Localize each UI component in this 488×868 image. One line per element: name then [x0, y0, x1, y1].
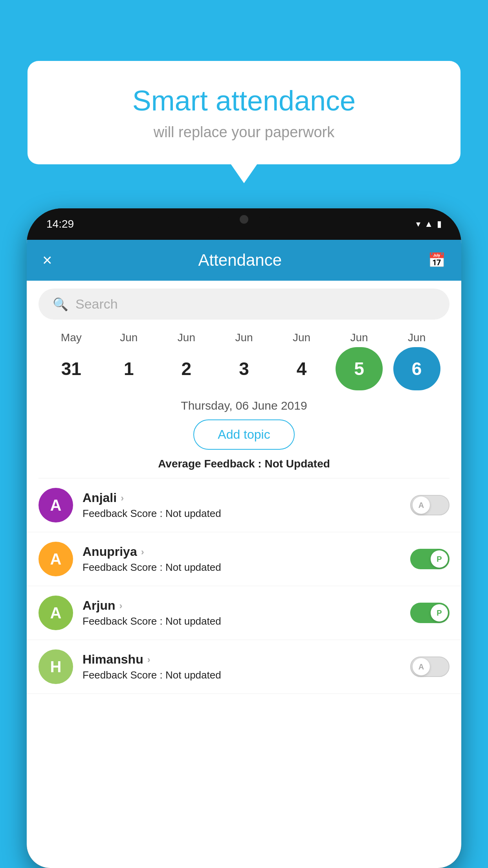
- student-info-anupriya: Anupriya › Feedback Score : Not updated: [83, 544, 401, 574]
- chevron-himanshu: ›: [147, 654, 150, 665]
- student-item-himanshu[interactable]: H Himanshu › Feedback Score : Not update…: [27, 640, 461, 694]
- search-bar[interactable]: 🔍 Search: [39, 289, 449, 320]
- month-3: Jun: [220, 331, 268, 344]
- phone-notch: [218, 208, 270, 230]
- speech-bubble-title: Smart attendance: [51, 85, 437, 117]
- day-4[interactable]: 4: [278, 347, 325, 390]
- avg-feedback-value: Not Updated: [264, 458, 330, 470]
- student-info-himanshu: Himanshu › Feedback Score : Not updated: [83, 652, 401, 681]
- chevron-anjali: ›: [121, 493, 124, 504]
- month-4: Jun: [278, 331, 325, 344]
- app-header: × Attendance 📅: [27, 240, 461, 281]
- student-name-himanshu: Himanshu ›: [83, 652, 401, 667]
- avatar-arjun: A: [39, 596, 73, 630]
- student-item-anupriya[interactable]: A Anupriya › Feedback Score : Not update…: [27, 532, 461, 586]
- avatar-himanshu: H: [39, 649, 73, 684]
- toggle-knob-arjun: P: [431, 604, 448, 622]
- average-feedback: Average Feedback : Not Updated: [27, 458, 461, 470]
- wifi-icon: ▾: [416, 219, 420, 229]
- toggle-anjali[interactable]: A: [410, 495, 449, 515]
- search-input[interactable]: Search: [75, 296, 118, 312]
- month-6: Jun: [393, 331, 440, 344]
- student-name-anjali: Anjali ›: [83, 491, 401, 505]
- status-bar: 14:29 ▾ ▲ ▮: [27, 208, 461, 240]
- battery-icon: ▮: [437, 219, 442, 229]
- toggle-knob-anupriya: P: [431, 550, 448, 568]
- speech-bubble-subtitle: will replace your paperwork: [51, 124, 437, 141]
- selected-date-label: Thursday, 06 June 2019: [27, 399, 461, 412]
- month-0: May: [48, 331, 95, 344]
- student-list: A Anjali › Feedback Score : Not updated …: [27, 478, 461, 694]
- student-item-anjali[interactable]: A Anjali › Feedback Score : Not updated …: [27, 478, 461, 532]
- calendar-months: May Jun Jun Jun Jun Jun Jun: [39, 331, 449, 344]
- chevron-anupriya: ›: [141, 546, 144, 557]
- app-title: Attendance: [198, 251, 282, 270]
- month-1: Jun: [105, 331, 152, 344]
- toggle-knob-anjali: A: [413, 497, 430, 514]
- month-5: Jun: [336, 331, 383, 344]
- calendar-strip: May Jun Jun Jun Jun Jun Jun 31 1 2 3 4 5…: [27, 327, 461, 390]
- student-feedback-anupriya: Feedback Score : Not updated: [83, 561, 401, 574]
- day-6-today[interactable]: 6: [393, 347, 440, 390]
- student-item-arjun[interactable]: A Arjun › Feedback Score : Not updated P: [27, 586, 461, 640]
- student-info-anjali: Anjali › Feedback Score : Not updated: [83, 491, 401, 520]
- day-1[interactable]: 1: [105, 347, 152, 390]
- status-icons: ▾ ▲ ▮: [416, 219, 442, 229]
- day-31[interactable]: 31: [48, 347, 95, 390]
- toggle-arjun[interactable]: P: [410, 603, 449, 623]
- phone-camera: [240, 215, 248, 224]
- toggle-anupriya[interactable]: P: [410, 549, 449, 569]
- student-info-arjun: Arjun › Feedback Score : Not updated: [83, 598, 401, 627]
- chevron-arjun: ›: [119, 600, 123, 611]
- app-screen: × Attendance 📅 🔍 Search May Jun Jun Jun …: [27, 240, 461, 868]
- phone-time: 14:29: [46, 218, 74, 230]
- calendar-icon[interactable]: 📅: [428, 252, 446, 268]
- speech-bubble: Smart attendance will replace your paper…: [28, 61, 460, 164]
- student-feedback-arjun: Feedback Score : Not updated: [83, 615, 401, 627]
- signal-icon: ▲: [424, 219, 433, 229]
- avatar-anupriya: A: [39, 542, 73, 576]
- avg-feedback-label: Average Feedback :: [158, 458, 262, 470]
- day-3[interactable]: 3: [220, 347, 268, 390]
- day-2[interactable]: 2: [163, 347, 210, 390]
- calendar-days: 31 1 2 3 4 5 6: [39, 347, 449, 390]
- student-name-arjun: Arjun ›: [83, 598, 401, 613]
- toggle-knob-himanshu: A: [413, 658, 430, 675]
- month-2: Jun: [163, 331, 210, 344]
- student-name-anupriya: Anupriya ›: [83, 544, 401, 559]
- toggle-himanshu[interactable]: A: [410, 657, 449, 677]
- student-feedback-anjali: Feedback Score : Not updated: [83, 508, 401, 520]
- day-5-selected[interactable]: 5: [336, 347, 383, 390]
- search-icon: 🔍: [53, 297, 68, 312]
- add-topic-button[interactable]: Add topic: [193, 419, 294, 450]
- phone-frame: 14:29 ▾ ▲ ▮ × Attendance 📅 🔍 Search May …: [27, 208, 461, 868]
- avatar-anjali: A: [39, 488, 73, 522]
- close-button[interactable]: ×: [42, 252, 52, 268]
- student-feedback-himanshu: Feedback Score : Not updated: [83, 669, 401, 681]
